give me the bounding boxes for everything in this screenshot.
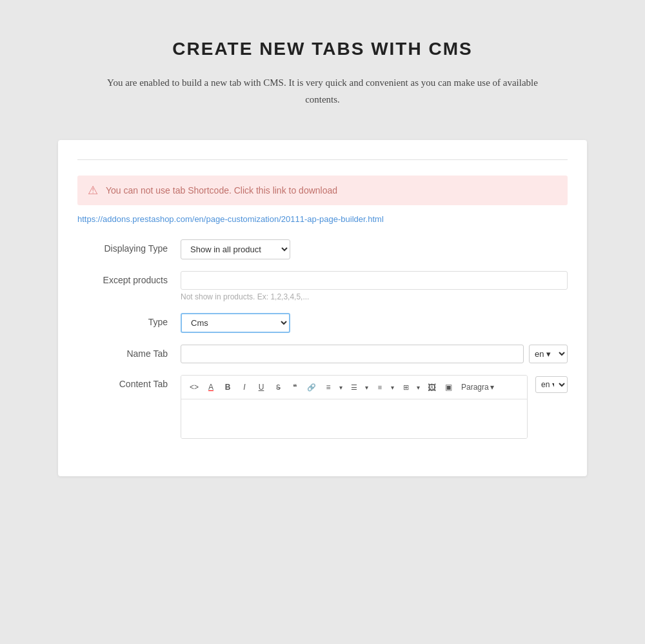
type-select[interactable]: Cms Custom HTML	[181, 313, 290, 333]
editor-wrapper: <> A B I U S̶ ❝ 🔗 ≡ ▾ ☰	[181, 375, 528, 439]
type-wrapper: Cms Custom HTML	[181, 313, 568, 333]
page-description: You are enabled to build a new tab with …	[97, 75, 548, 108]
except-products-wrapper: Not show in products. Ex: 1,2,3,4,5,...	[181, 271, 568, 301]
displaying-type-wrapper: Show in all product Show in specific pro…	[181, 239, 568, 259]
ordered-list-dropdown-arrow[interactable]: ▾	[388, 379, 397, 395]
card-divider	[77, 159, 568, 160]
alert-link[interactable]: https://addons.prestashop.com/en/page-cu…	[77, 214, 568, 224]
name-tab-input[interactable]	[181, 345, 524, 363]
warning-icon: ⚠	[88, 183, 98, 197]
type-label: Type	[77, 313, 181, 327]
type-row: Type Cms Custom HTML	[77, 313, 568, 333]
alert-banner: ⚠ You can not use tab Shortcode. Click t…	[77, 176, 568, 205]
content-tab-wrapper: <> A B I U S̶ ❝ 🔗 ≡ ▾ ☰	[181, 375, 568, 439]
align-dropdown-arrow[interactable]: ▾	[336, 379, 345, 395]
name-tab-lang-select[interactable]: en ▾	[529, 345, 568, 363]
except-products-input[interactable]	[181, 271, 568, 290]
underline-button[interactable]: U	[253, 379, 269, 395]
name-tab-wrapper: en ▾	[181, 345, 568, 363]
italic-button[interactable]: I	[237, 379, 252, 395]
name-tab-row: Name Tab en ▾	[77, 345, 568, 363]
paragraph-dropdown[interactable]: Paragra ▾	[457, 381, 498, 393]
form-card: ⚠ You can not use tab Shortcode. Click t…	[58, 140, 587, 476]
link-button[interactable]: 🔗	[304, 379, 319, 395]
media-button[interactable]: ▣	[441, 379, 456, 395]
except-products-hint: Not show in products. Ex: 1,2,3,4,5,...	[181, 292, 568, 301]
editor-body[interactable]	[181, 399, 527, 438]
content-tab-row: Content Tab <> A B I U S̶ ❝ 🔗 ≡	[77, 375, 568, 439]
editor-toolbar: <> A B I U S̶ ❝ 🔗 ≡ ▾ ☰	[181, 376, 527, 399]
ordered-list-button[interactable]: ≡	[372, 379, 388, 395]
unordered-list-button[interactable]: ☰	[346, 379, 362, 395]
except-products-row: Except products Not show in products. Ex…	[77, 271, 568, 301]
displaying-type-label: Displaying Type	[77, 239, 181, 254]
strikethrough-button[interactable]: S̶	[270, 379, 286, 395]
name-tab-label: Name Tab	[77, 345, 181, 359]
image-button[interactable]: 🖼	[424, 379, 439, 395]
bold-button[interactable]: B	[220, 379, 235, 395]
page-title: CREATE NEW TABS WITH CMS	[172, 39, 472, 59]
content-tab-label: Content Tab	[77, 375, 181, 389]
alert-text: You can not use tab Shortcode. Click thi…	[106, 185, 337, 196]
except-products-label: Except products	[77, 271, 181, 285]
table-button[interactable]: ⊞	[398, 379, 413, 395]
table-dropdown-arrow[interactable]: ▾	[413, 379, 422, 395]
displaying-type-row: Displaying Type Show in all product Show…	[77, 239, 568, 259]
blockquote-button[interactable]: ❝	[287, 379, 303, 395]
displaying-type-select[interactable]: Show in all product Show in specific pro…	[181, 239, 290, 259]
content-tab-lang-select[interactable]: en ▾	[535, 376, 568, 393]
unordered-list-dropdown-arrow[interactable]: ▾	[362, 379, 371, 395]
font-color-button[interactable]: A	[203, 379, 219, 395]
code-button[interactable]: <>	[186, 379, 202, 395]
name-tab-input-row: en ▾	[181, 345, 568, 363]
align-button[interactable]: ≡	[321, 379, 336, 395]
